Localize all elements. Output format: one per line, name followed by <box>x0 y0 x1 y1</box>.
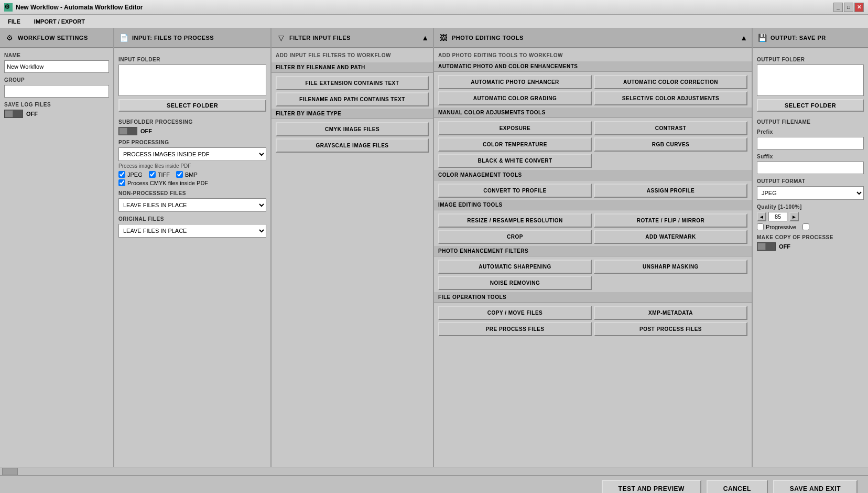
quality-row: ◄ 85 ► <box>757 212 864 221</box>
add-tools-label: ADD PHOTO EDITING TOOLS TO WORKFLOW <box>438 52 747 58</box>
subfolder-toggle-container: OFF <box>118 127 266 135</box>
horizontal-scrollbar[interactable] <box>0 467 868 475</box>
pre-process-btn[interactable]: PRE PROCESS FILES <box>438 322 592 336</box>
jpeg-label: JPEG <box>127 172 143 178</box>
original-files-select[interactable]: LEAVE FILES IN PLACE <box>118 224 266 238</box>
test-preview-btn[interactable]: TEST AND PREVIEW <box>602 480 701 493</box>
suffix-input[interactable] <box>757 162 864 174</box>
minimize-btn[interactable]: _ <box>833 3 843 12</box>
xmp-metadata-btn[interactable]: XMP-METADATA <box>594 306 747 320</box>
toggle-knob <box>5 110 13 117</box>
workflow-name-input[interactable] <box>4 60 109 73</box>
output-icon: 💾 <box>757 33 767 43</box>
progressive-checkbox2[interactable] <box>802 223 809 230</box>
filter-icon: ▽ <box>276 33 286 43</box>
auto-color-correction-btn[interactable]: AUTOMATIC COLOR CORRECTION <box>594 75 747 89</box>
convert-profile-btn[interactable]: CONVERT TO PROFILE <box>438 184 592 198</box>
workflow-settings-body: NAME GROUP SAVE LOG FILES OFF <box>0 48 113 467</box>
quality-label: Quality [1-100%] <box>757 204 864 210</box>
unsharp-masking-btn[interactable]: UNSHARP MASKING <box>594 260 747 274</box>
add-watermark-btn[interactable]: ADD WATERMARK <box>594 230 747 244</box>
progressive-label: Progressive <box>766 224 796 230</box>
filter-files-section: ▽ FILTER INPUT FILES ▲ ADD INPUT FILE FI… <box>272 28 434 467</box>
cmyk-label: Process CMYK files inside PDF <box>127 180 208 186</box>
jpeg-checkbox-row: JPEG TIFF BMP <box>118 171 266 178</box>
save-exit-btn[interactable]: SAVE AND EXIT <box>773 480 858 493</box>
filename-path-btn[interactable]: FILENAME AND PATH CONTAINS TEXT <box>276 92 429 106</box>
copy-move-btn[interactable]: COPY / MOVE FILES <box>438 306 592 320</box>
contrast-btn[interactable]: CONTRAST <box>594 121 747 135</box>
resize-btn[interactable]: RESIZE / RESAMPLE RESOLUTION <box>438 213 592 228</box>
scroll-thumb[interactable] <box>2 468 18 475</box>
make-copy-knob <box>757 243 766 250</box>
non-processed-label: NON-PROCESSED FILES <box>118 190 266 196</box>
progressive-row: Progressive <box>757 223 864 230</box>
app-icon: ⚙ <box>4 3 13 12</box>
name-label: NAME <box>4 52 109 58</box>
bottom-bar: TEST AND PREVIEW CANCEL SAVE AND EXIT <box>0 475 868 493</box>
filter-collapse-arrow[interactable]: ▲ <box>421 34 429 42</box>
save-log-off-label: OFF <box>26 111 38 117</box>
pdf-select[interactable]: PROCESS IMAGES INSIDE PDF <box>118 147 266 161</box>
title-bar: ⚙ New Workflow - Automata Workflow Edito… <box>0 0 868 15</box>
manual-color-grid: EXPOSURE CONTRAST COLOR TEMPERATURE RGB … <box>438 121 747 152</box>
menu-bar: FILE IMPORT / EXPORT <box>0 15 868 28</box>
output-folder-label: OUTPUT FOLDER <box>757 57 864 62</box>
photo-filters-grid: AUTOMATIC SHARPENING UNSHARP MASKING <box>438 260 747 274</box>
cancel-btn[interactable]: CANCEL <box>707 480 768 493</box>
photo-editing-body: ADD PHOTO EDITING TOOLS TO WORKFLOW AUTO… <box>434 48 752 467</box>
subfolder-toggle[interactable] <box>118 127 137 135</box>
black-white-btn[interactable]: BLACK & WHITE CONVERT <box>438 154 592 168</box>
post-process-btn[interactable]: POST PROCESS FILES <box>594 322 747 336</box>
make-copy-toggle[interactable] <box>757 242 776 251</box>
quality-increase-btn[interactable]: ► <box>789 212 799 221</box>
rotate-btn[interactable]: ROTATE / FLIP / MIRROR <box>594 213 747 228</box>
grayscale-image-btn[interactable]: GRAYSCALE IMAGE FILES <box>276 138 429 153</box>
rgb-curves-btn[interactable]: RGB CURVES <box>594 137 747 152</box>
group-input[interactable] <box>4 85 109 98</box>
cmyk-image-btn[interactable]: CMYK IMAGE FILES <box>276 122 429 136</box>
quality-value: 85 <box>768 212 787 221</box>
add-filter-label: ADD INPUT FILE FILTERS TO WORKFLOW <box>276 52 429 58</box>
file-menu[interactable]: FILE <box>2 16 26 27</box>
pdf-label: PDF PROCESSING <box>118 140 266 145</box>
assign-profile-btn[interactable]: ASSIGN PROFILE <box>594 184 747 198</box>
import-export-menu[interactable]: IMPORT / EXPORT <box>28 16 91 27</box>
file-extension-btn[interactable]: FILE EXTENSION CONTAINS TEXT <box>276 76 429 90</box>
bmp-checkbox[interactable] <box>176 171 183 178</box>
output-format-label: OUTPUT FORMAT <box>757 178 864 184</box>
non-processed-select[interactable]: LEAVE FILES IN PLACE <box>118 198 266 212</box>
save-log-label: SAVE LOG FILES <box>4 102 109 108</box>
output-title: OUTPUT: SAVE PR <box>771 35 826 41</box>
filter-files-title: FILTER INPUT FILES <box>289 35 351 41</box>
input-folder-box <box>118 65 266 96</box>
tiff-checkbox[interactable] <box>149 171 156 178</box>
selective-color-btn[interactable]: SELECTIVE COLOR ADJUSTMENTS <box>594 91 747 105</box>
maximize-btn[interactable]: □ <box>844 3 853 12</box>
prefix-input[interactable] <box>757 137 864 149</box>
auto-color-grading-btn[interactable]: AUTOMATIC COLOR GRADING <box>438 91 592 105</box>
exposure-btn[interactable]: EXPOSURE <box>438 121 592 135</box>
color-temperature-btn[interactable]: COLOR TEMPERATURE <box>438 137 592 152</box>
photo-collapse-arrow[interactable]: ▲ <box>740 34 747 42</box>
photo-editing-section: 🖼 PHOTO EDITING TOOLS ▲ ADD PHOTO EDITIN… <box>434 28 753 467</box>
output-select-folder-btn[interactable]: SELECT FOLDER <box>757 99 864 112</box>
workflow-settings-section: ⚙ WORKFLOW SETTINGS NAME GROUP SAVE LOG … <box>0 28 114 467</box>
filter-files-header: ▽ FILTER INPUT FILES ▲ <box>272 28 433 48</box>
output-format-select[interactable]: JPEG <box>757 186 864 200</box>
auto-sharpening-btn[interactable]: AUTOMATIC SHARPENING <box>438 260 592 274</box>
quality-decrease-btn[interactable]: ◄ <box>757 212 766 221</box>
input-files-header: 📄 INPUT: FILES TO PROCESS <box>114 28 270 48</box>
noise-removing-btn[interactable]: NOISE REMOVING <box>438 276 592 290</box>
select-folder-btn[interactable]: SELECT FOLDER <box>118 99 266 112</box>
auto-enhancer-btn[interactable]: AUTOMATIC PHOTO ENHANCER <box>438 75 592 89</box>
settings-icon: ⚙ <box>4 33 15 43</box>
progressive-checkbox[interactable] <box>757 223 764 230</box>
make-copy-off-label: OFF <box>779 243 790 250</box>
save-log-toggle[interactable] <box>4 110 23 118</box>
cmyk-checkbox[interactable] <box>118 179 125 186</box>
jpeg-checkbox[interactable] <box>118 171 125 178</box>
crop-btn[interactable]: CROP <box>438 230 592 244</box>
close-btn[interactable]: ✕ <box>854 3 864 12</box>
main-content: ⚙ WORKFLOW SETTINGS NAME GROUP SAVE LOG … <box>0 28 868 467</box>
